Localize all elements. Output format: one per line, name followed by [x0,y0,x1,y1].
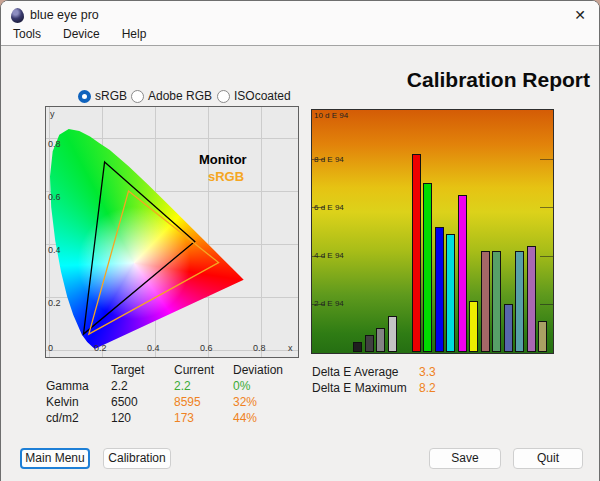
row-kelvin-label: Kelvin [46,394,111,410]
radio-adobe-rgb-icon[interactable] [131,90,144,103]
row-gamma-current: 2.2 [174,378,233,394]
page-title: Calibration Report [407,68,590,92]
de-tick-line-8 [540,159,553,160]
delta-e-bar-13 [515,251,524,352]
delta-e-bar-8 [458,195,467,352]
delta-e-average-label: Delta E Average [312,364,419,380]
save-button[interactable]: Save [429,448,501,469]
delta-e-bar-6 [435,227,444,352]
row-cdm2-current: 173 [174,410,233,426]
delta-e-bar-10 [481,251,490,352]
x-tick-0.2: 0.2 [94,343,107,353]
de-tick-label-2: 2 d E 94 [314,299,344,308]
row-gamma-deviation: 0% [233,378,303,394]
cie-chromaticity-diagram: 0.20.40.60.800.20.40.60.8yx Monitor sRGB [45,106,299,358]
row-gamma-label: Gamma [46,378,111,394]
delta-e-bar-9 [469,301,478,352]
y-axis-name: y [50,109,55,119]
radio-srgb[interactable]: sRGB [78,89,127,103]
menu-device[interactable]: Device [59,25,104,43]
menu-bar: Tools Device Help [9,23,150,45]
x-tick-0.4: 0.4 [147,343,160,353]
row-kelvin-target: 6500 [111,394,174,410]
delta-e-bar-chart: 10 d E 948 d E 946 d E 944 d E 942 d E 9… [311,109,554,354]
radio-srgb-label: sRGB [95,89,127,103]
col-header-target: Target [111,362,174,378]
quit-button[interactable]: Quit [513,448,583,469]
y-tick-0.8: 0.8 [48,139,61,149]
table-corner [46,362,111,378]
x-tick-0: 0 [48,343,53,353]
app-eye-icon [11,8,24,23]
de-tick-label-4: 4 d E 94 [314,251,344,260]
window-title: blue eye pro [30,8,99,22]
de-tick-label-10: 10 d E 94 [314,111,348,120]
delta-e-average-value: 3.3 [419,364,459,380]
de-tick-label-6: 6 d E 94 [314,203,344,212]
menu-help[interactable]: Help [118,25,151,43]
y-tick-0.6: 0.6 [48,192,61,202]
menu-tools[interactable]: Tools [9,25,45,43]
delta-e-bar-14 [527,246,536,352]
calibration-result-table: Target Current Deviation Gamma 2.2 2.2 0… [46,362,303,426]
radio-isocoated[interactable]: ISOcoated [217,89,291,103]
row-cdm2-label: cd/m2 [46,410,111,426]
row-cdm2-deviation: 44% [233,410,303,426]
radio-srgb-icon[interactable] [78,90,91,103]
gamut-triangles [46,107,298,357]
delta-e-bar-1 [365,335,374,352]
delta-e-bar-4 [412,154,421,352]
legend-srgb: sRGB [208,169,244,184]
delta-e-bar-7 [446,234,455,352]
delta-e-bar-2 [376,328,385,352]
de-tick-line-2 [540,304,553,305]
radio-adobe-rgb[interactable]: Adobe RGB [131,89,212,103]
legend-monitor: Monitor [199,152,247,167]
radio-isocoated-label: ISOcoated [234,89,291,103]
delta-e-bar-12 [504,304,513,352]
y-tick-0.4: 0.4 [48,245,61,255]
delta-e-summary: Delta E Average 3.3 Delta E Maximum 8.2 [312,364,459,396]
monitor-gamut-triangle [84,162,195,334]
row-gamma-target: 2.2 [111,378,174,394]
de-tick-label-8: 8 d E 94 [314,155,344,164]
delta-e-bar-11 [492,251,501,352]
delta-e-bar-5 [423,183,432,352]
x-tick-0.8: 0.8 [253,343,266,353]
row-cdm2-target: 120 [111,410,174,426]
menu-separator [1,45,599,46]
row-kelvin-current: 8595 [174,394,233,410]
delta-e-maximum-value: 8.2 [419,380,459,396]
delta-e-bar-15 [538,321,547,352]
calibration-button[interactable]: Calibration [103,448,171,469]
de-tick-line-6 [540,207,553,208]
x-axis-name: x [288,343,293,353]
app-window: blue eye pro ✕ Tools Device Help sRGB Ad… [0,0,600,481]
radio-adobe-rgb-label: Adobe RGB [148,89,212,103]
close-icon[interactable]: ✕ [570,6,590,24]
delta-e-maximum-label: Delta E Maximum [312,380,419,396]
row-kelvin-deviation: 32% [233,394,303,410]
col-header-current: Current [174,362,233,378]
delta-e-bar-3 [388,316,397,352]
x-tick-0.6: 0.6 [200,343,213,353]
delta-e-bar-0 [353,342,362,352]
col-header-deviation: Deviation [233,362,303,378]
main-menu-button[interactable]: Main Menu [20,448,90,469]
radio-isocoated-icon[interactable] [217,90,230,103]
de-tick-line-4 [540,256,553,257]
y-tick-0.2: 0.2 [48,298,61,308]
